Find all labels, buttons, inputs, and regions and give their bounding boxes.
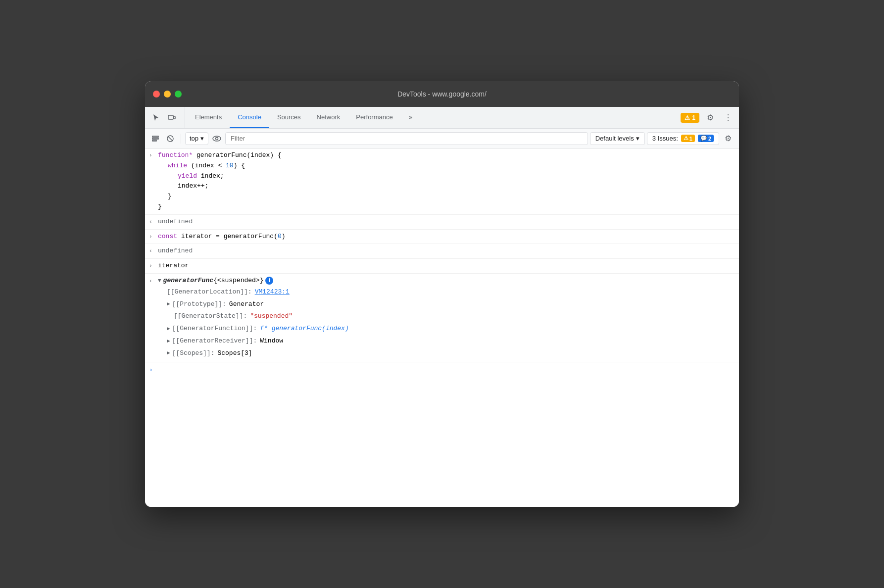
filter-input[interactable]	[225, 132, 588, 145]
live-expressions-button[interactable]	[210, 132, 223, 145]
entry-arrow-1[interactable]: ›	[149, 151, 155, 160]
genreceiver-arrow[interactable]: ▶	[167, 337, 170, 346]
svg-point-7	[213, 136, 221, 141]
console-entry-3: › const iterator = generatorFunc(0)	[145, 230, 739, 245]
console-entry-1: › function* generatorFunc(index) { while…	[145, 148, 739, 215]
info-icon[interactable]: i	[265, 277, 273, 285]
generator-function-row: ▶ [[GeneratorFunction]]: f* generatorFun…	[167, 323, 349, 335]
warning-badge[interactable]: ⚠ 1	[681, 113, 699, 123]
console-prompt: ›	[145, 362, 739, 379]
divider	[181, 134, 181, 144]
scopes-row: ▶ [[Scopes]]: Scopes[3]	[167, 347, 349, 360]
console-entry-2: ‹ undefined	[145, 215, 739, 230]
generator-state-row: [[GeneratorState]]: "suspended"	[167, 310, 349, 323]
minimize-button[interactable]	[164, 91, 171, 98]
prototype-row: ▶ [[Prototype]]: Generator	[167, 298, 349, 311]
scopes-arrow[interactable]: ▶	[167, 349, 170, 358]
context-selector[interactable]: top ▾	[185, 132, 208, 145]
svg-point-8	[216, 137, 218, 140]
maximize-button[interactable]	[175, 91, 182, 98]
tabs-right-controls: ⚠ 1 ⚙ ⋮	[681, 107, 735, 128]
more-options-button[interactable]: ⋮	[721, 111, 735, 125]
iterator-label: iterator	[158, 262, 189, 269]
tab-sources[interactable]: Sources	[269, 107, 309, 128]
console-entry-5: › iterator	[145, 259, 739, 274]
console-input[interactable]	[157, 366, 735, 374]
clear-console-button[interactable]	[149, 132, 162, 145]
entry-arrow-3[interactable]: ›	[149, 233, 155, 242]
generator-children: [[GeneratorLocation]]: VM12423:1 ▶ [[Pro…	[149, 286, 349, 360]
svg-rect-2	[152, 136, 158, 137]
device-icon[interactable]	[165, 111, 179, 125]
info-issues-count: 💬 2	[698, 135, 714, 142]
generator-location-row: [[GeneratorLocation]]: VM12423:1	[167, 286, 349, 298]
genfunction-arrow[interactable]: ▶	[167, 325, 170, 334]
devtools-window: DevTools - www.google.com/ Elements Cons…	[145, 81, 739, 507]
issues-badge[interactable]: 3 Issues: ⚠ 1 💬 2	[647, 132, 719, 145]
entry-content-1: function* generatorFunc(index) { while (…	[158, 150, 735, 212]
console-settings-button[interactable]: ⚙	[721, 132, 735, 146]
entry-6-header: ‹ ▼ generatorFunc {<suspended>} i	[149, 276, 273, 286]
console-entry-6: ‹ ▼ generatorFunc {<suspended>} i [[Gene…	[145, 274, 739, 362]
tab-elements[interactable]: Elements	[187, 107, 230, 128]
svg-line-6	[168, 136, 173, 141]
svg-rect-1	[173, 116, 175, 119]
console-entry-4: ‹ undefined	[145, 244, 739, 259]
output-arrow-2: ‹	[149, 218, 155, 227]
entry-arrow-5[interactable]: ›	[149, 262, 155, 271]
tab-console[interactable]: Console	[230, 107, 269, 128]
console-toolbar: top ▾ Default levels ▾ 3 Issues: ⚠ 1 💬 2	[145, 129, 739, 148]
vm-link[interactable]: VM12423:1	[255, 287, 290, 297]
generator-receiver-row: ▶ [[GeneratorReceiver]]: Window	[167, 335, 349, 347]
warning-icon: ⚠	[685, 114, 690, 121]
close-button[interactable]	[153, 91, 160, 98]
tabs-row: Elements Console Sources Network Perform…	[145, 107, 739, 129]
collapse-arrow-6[interactable]: ▼	[158, 277, 161, 286]
tab-performance[interactable]: Performance	[348, 107, 400, 128]
console-content: › function* generatorFunc(index) { while…	[145, 148, 739, 507]
tab-icon-group	[149, 107, 185, 128]
log-levels-button[interactable]: Default levels ▾	[590, 132, 645, 145]
cursor-icon[interactable]	[149, 111, 163, 125]
svg-rect-0	[168, 115, 173, 119]
settings-button[interactable]: ⚙	[703, 111, 717, 125]
output-arrow-4: ‹	[149, 247, 155, 256]
levels-dropdown-icon: ▾	[636, 135, 639, 142]
undefined-value-1: undefined	[158, 218, 193, 225]
dropdown-arrow-icon: ▾	[200, 135, 204, 142]
undefined-value-2: undefined	[158, 247, 193, 254]
prompt-arrow-icon: ›	[149, 365, 153, 376]
svg-rect-3	[152, 138, 158, 139]
block-button[interactable]	[164, 132, 177, 145]
prototype-arrow[interactable]: ▶	[167, 300, 170, 309]
traffic-lights	[153, 91, 182, 98]
title-bar: DevTools - www.google.com/	[145, 81, 739, 107]
warning-issues-count: ⚠ 1	[681, 135, 695, 142]
svg-rect-4	[152, 140, 156, 141]
generator-func-label: generatorFunc	[163, 276, 213, 286]
window-title: DevTools - www.google.com/	[397, 90, 487, 98]
tab-network[interactable]: Network	[309, 107, 348, 128]
output-arrow-6: ‹	[149, 277, 155, 286]
tab-more[interactable]: »	[401, 107, 420, 128]
